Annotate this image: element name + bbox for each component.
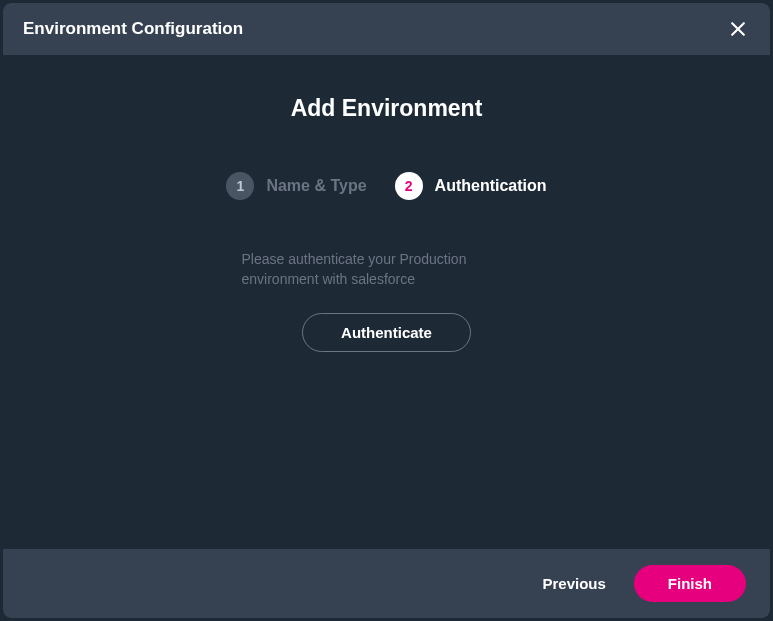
step-circle-1: 1 [226, 172, 254, 200]
modal-content: Add Environment 1 Name & Type 2 Authenti… [3, 55, 770, 549]
modal-title: Environment Configuration [23, 19, 243, 39]
step-label-1: Name & Type [266, 177, 366, 195]
modal-footer: Previous Finish [3, 549, 770, 618]
close-button[interactable] [726, 17, 750, 41]
instruction-text: Please authenticate your Production envi… [242, 250, 532, 289]
close-icon [728, 19, 748, 39]
step-authentication[interactable]: 2 Authentication [395, 172, 547, 200]
modal-container: Environment Configuration Add Environmen… [3, 3, 770, 618]
previous-button[interactable]: Previous [542, 575, 605, 592]
modal-header: Environment Configuration [3, 3, 770, 55]
finish-button[interactable]: Finish [634, 565, 746, 602]
page-title: Add Environment [291, 95, 483, 122]
stepper: 1 Name & Type 2 Authentication [226, 172, 546, 200]
step-label-2: Authentication [435, 177, 547, 195]
step-circle-2: 2 [395, 172, 423, 200]
step-name-type[interactable]: 1 Name & Type [226, 172, 366, 200]
authenticate-button[interactable]: Authenticate [302, 313, 471, 352]
